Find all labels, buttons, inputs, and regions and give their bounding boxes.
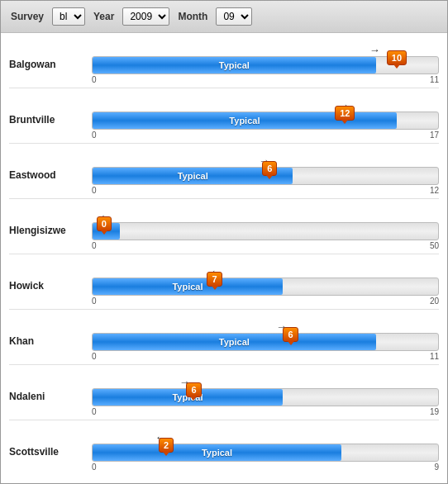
bar-text: Typical — [229, 116, 260, 126]
chart-row-eastwood: EastwoodTypical→6012 — [9, 147, 439, 195]
survey-select[interactable]: bl — [52, 7, 85, 26]
chart-row-balgowan: BalgowanTypical→10011 — [9, 36, 439, 84]
year-label: Year — [93, 11, 114, 22]
chart-row-khan: KhanTypical→6011 — [9, 313, 439, 361]
axis-labels: 011 — [92, 352, 439, 361]
bar-fill: Typical — [93, 278, 283, 295]
bar-track: Typical←2 — [92, 444, 439, 462]
chart-area: ←0050 — [92, 211, 439, 250]
bar-text: Typical — [219, 60, 250, 70]
axis-labels: 050 — [92, 241, 439, 250]
bar-track: Typical←7 — [92, 278, 439, 296]
bar-track: Typical→6 — [92, 388, 439, 406]
bar-fill: Typical — [93, 444, 341, 461]
header-bar: Survey bl Year 2009 Month 09 — [1, 1, 447, 33]
chart-area: Typical→10011 — [92, 45, 439, 84]
chart-area: Typical←7020 — [92, 266, 439, 306]
axis-min: 0 — [92, 241, 97, 250]
axis-max: 11 — [430, 75, 439, 84]
chart-row-ndaleni: NdaleniTypical→6019 — [9, 368, 439, 416]
value-badge: 6 — [262, 161, 277, 176]
year-select[interactable]: 2009 — [122, 7, 169, 26]
bar-text: Typical — [172, 282, 203, 292]
survey-label: Survey — [11, 11, 44, 22]
chart-area: Typical←209 — [92, 432, 439, 472]
bar-fill: Typical — [93, 334, 376, 350]
chart-name: Khan — [9, 335, 92, 347]
bar-track: ←0 — [92, 222, 439, 240]
bar-text: Typical — [178, 171, 208, 181]
bar-track: Typical→10 — [92, 56, 439, 74]
axis-min: 0 — [92, 352, 97, 361]
axis-max: 11 — [430, 352, 439, 361]
bar-fill: Typical — [93, 57, 376, 74]
axis-labels: 012 — [92, 186, 439, 195]
chart-name: Howick — [9, 280, 92, 292]
axis-min: 0 — [92, 130, 97, 140]
value-badge: 12 — [335, 106, 355, 121]
chart-name: Scottsville — [9, 446, 92, 458]
axis-max: 19 — [430, 407, 439, 416]
separator — [9, 198, 439, 199]
axis-max: 50 — [430, 241, 439, 250]
axis-min: 0 — [92, 407, 97, 416]
axis-labels: 019 — [92, 407, 439, 416]
separator — [9, 254, 439, 254]
chart-row-bruntville: BruntvilleTypical→12017 — [9, 92, 439, 140]
separator — [9, 420, 439, 420]
month-label: Month — [178, 11, 207, 22]
main-container: Survey bl Year 2009 Month 09 BalgowanTyp… — [0, 0, 448, 484]
axis-max: 9 — [434, 463, 439, 472]
chart-area: Typical→6012 — [92, 155, 439, 195]
axis-max: 17 — [430, 130, 439, 140]
charts-area: BalgowanTypical→10011BruntvilleTypical→1… — [1, 33, 447, 483]
separator — [9, 309, 439, 310]
chart-name: Hlengisizwe — [9, 225, 92, 236]
axis-min: 0 — [92, 297, 97, 306]
axis-max: 20 — [430, 297, 439, 306]
axis-labels: 017 — [92, 130, 439, 140]
chart-area: Typical→6019 — [92, 377, 439, 416]
chart-row-howick: HowickTypical←7020 — [9, 258, 439, 306]
arrow-indicator: → — [369, 44, 380, 56]
axis-labels: 011 — [92, 75, 439, 84]
bar-track: Typical→12 — [92, 112, 439, 130]
value-badge: 10 — [387, 50, 407, 65]
value-badge: 2 — [159, 438, 174, 453]
chart-name: Ndaleni — [9, 391, 92, 402]
bar-text: Typical — [219, 337, 250, 347]
chart-row-scottsville: ScottsvilleTypical←209 — [9, 424, 439, 472]
chart-name: Bruntville — [9, 114, 92, 126]
value-badge: 0 — [97, 216, 112, 231]
bar-track: Typical→6 — [92, 167, 439, 185]
value-badge: 6 — [283, 327, 298, 342]
separator — [9, 88, 439, 88]
bar-text: Typical — [202, 448, 232, 458]
chart-name: Balgowan — [9, 59, 92, 70]
separator — [9, 143, 439, 144]
axis-labels: 020 — [92, 297, 439, 306]
axis-min: 0 — [92, 463, 97, 472]
value-badge: 7 — [207, 272, 222, 287]
axis-min: 0 — [92, 75, 97, 84]
month-select[interactable]: 09 — [216, 7, 252, 26]
value-badge: 6 — [186, 382, 201, 397]
chart-area: Typical→6011 — [92, 321, 439, 361]
chart-area: Typical→12017 — [92, 100, 439, 140]
bar-track: Typical→6 — [92, 333, 439, 351]
chart-row-hlengisizwe: Hlengisizwe←0050 — [9, 202, 439, 250]
separator — [9, 364, 439, 365]
chart-name: Eastwood — [9, 169, 92, 181]
axis-labels: 09 — [92, 463, 439, 472]
axis-min: 0 — [92, 186, 97, 195]
axis-max: 12 — [430, 186, 439, 195]
